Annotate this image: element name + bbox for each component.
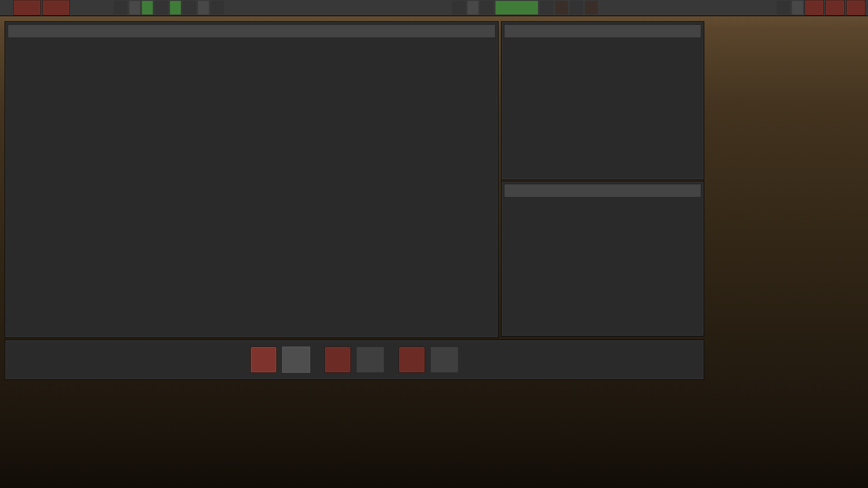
dollar-icon [114,1,127,14]
revenue-panel [501,21,704,180]
game-screen [0,0,868,488]
coin-icon [211,1,224,14]
revenue-legend [502,40,703,42]
reports-button[interactable] [826,0,844,15]
cash-value [129,1,140,14]
main-panel-title [8,24,495,38]
inventory-value [495,1,538,14]
diamond-icon [540,1,553,14]
moneybag-icon [183,1,196,14]
cubes-icon [480,1,494,14]
globe-buildings-icon [452,1,466,14]
revenue-expenses-panel [5,21,499,338]
revenue-pie-chart [502,50,703,177]
finance-nav-panel [5,339,704,380]
transactions-nav-label[interactable] [430,347,458,373]
transactions-nav-button[interactable] [399,347,425,373]
revenue-expenses-chart [8,92,494,336]
expenses-panel-title [504,184,701,197]
star-icon [570,1,583,14]
debt-value [198,1,209,14]
loans-nav-label[interactable] [356,347,384,373]
revenue-expenses-nav-button[interactable] [250,347,277,373]
score-value [792,1,803,14]
car-icon [155,1,168,14]
revenue-panel-title [504,24,701,38]
revenue-expenses-nav-label[interactable] [282,347,310,373]
close-button[interactable] [846,0,865,15]
save-button[interactable] [805,0,824,15]
main-menu-dock [0,381,868,397]
play-button[interactable] [14,0,41,15]
top-bar [0,0,868,16]
series-legend [5,40,493,42]
sales-income-badge [170,1,181,14]
expenses-pie-chart [502,248,703,334]
calendar-button[interactable] [42,0,70,15]
expenses-legend [502,200,703,202]
prestige-value [555,1,568,14]
rank-letter [226,1,237,14]
expenses-panel [501,181,704,337]
trophy-icon [777,1,790,14]
loans-nav-button[interactable] [325,347,351,373]
rating-value [585,1,598,14]
branch-count [467,1,478,14]
net-income-badge [142,1,153,14]
country-flag-icon [419,1,439,14]
